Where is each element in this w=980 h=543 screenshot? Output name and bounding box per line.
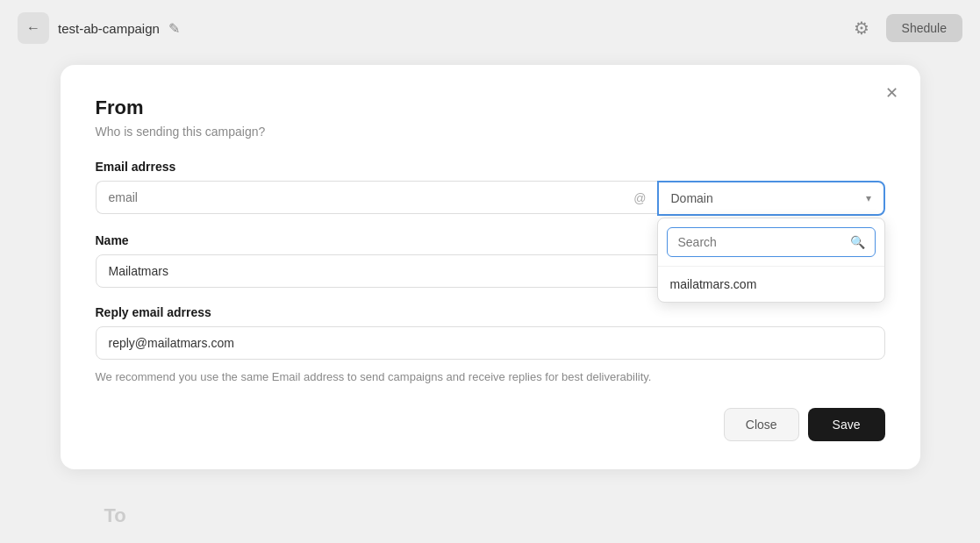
reply-field-label: Reply email adrress [96, 305, 885, 319]
domain-dropdown-container: Domain ▾ 🔍 mailatmars.com [657, 181, 885, 216]
schedule-button[interactable]: Shedule [886, 14, 962, 42]
search-icon: 🔍 [850, 235, 865, 249]
campaign-title: test-ab-campaign [58, 21, 160, 36]
main-content: ✕ From Who is sending this campaign? Ema… [0, 56, 980, 478]
top-bar-left: ← test-ab-campaign ✎ [18, 12, 180, 44]
email-row: @ Domain ▾ 🔍 mailatmars.com [96, 181, 885, 216]
domain-placeholder: Domain [671, 191, 713, 205]
domain-search-input[interactable] [667, 227, 876, 257]
domain-dropdown[interactable]: Domain ▾ [657, 181, 885, 216]
bottom-section: To [61, 487, 920, 527]
email-input-wrapper: @ [96, 181, 657, 216]
settings-button[interactable]: ⚙ [846, 12, 877, 44]
top-bar-right: ⚙ Shedule [846, 12, 962, 44]
save-button[interactable]: Save [808, 408, 885, 441]
at-symbol: @ [633, 191, 646, 205]
modal-subtitle: Who is sending this campaign? [96, 125, 885, 139]
modal-title: From [96, 96, 885, 119]
chevron-down-icon: ▾ [866, 192, 871, 204]
gear-icon: ⚙ [854, 18, 869, 39]
modal-footer: Close Save [96, 408, 885, 441]
domain-dropdown-panel: 🔍 mailatmars.com [657, 218, 885, 303]
reply-field-row: Reply email adrress [96, 305, 885, 360]
modal-close-button[interactable]: ✕ [878, 79, 906, 107]
email-field-label: Email adrress [96, 160, 885, 174]
reply-input[interactable] [96, 326, 885, 360]
deliverability-note: We recommend you use the same Email addr… [96, 370, 885, 383]
edit-icon[interactable]: ✎ [168, 20, 180, 37]
domain-search-wrapper: 🔍 [658, 218, 884, 267]
to-label: To [104, 504, 126, 526]
domain-option[interactable]: mailatmars.com [658, 267, 884, 302]
close-button[interactable]: Close [724, 408, 799, 441]
top-bar: ← test-ab-campaign ✎ ⚙ Shedule [0, 0, 980, 56]
close-icon: ✕ [885, 83, 898, 103]
email-input[interactable] [96, 181, 657, 214]
from-modal: ✕ From Who is sending this campaign? Ema… [61, 65, 920, 469]
back-button[interactable]: ← [18, 12, 49, 44]
